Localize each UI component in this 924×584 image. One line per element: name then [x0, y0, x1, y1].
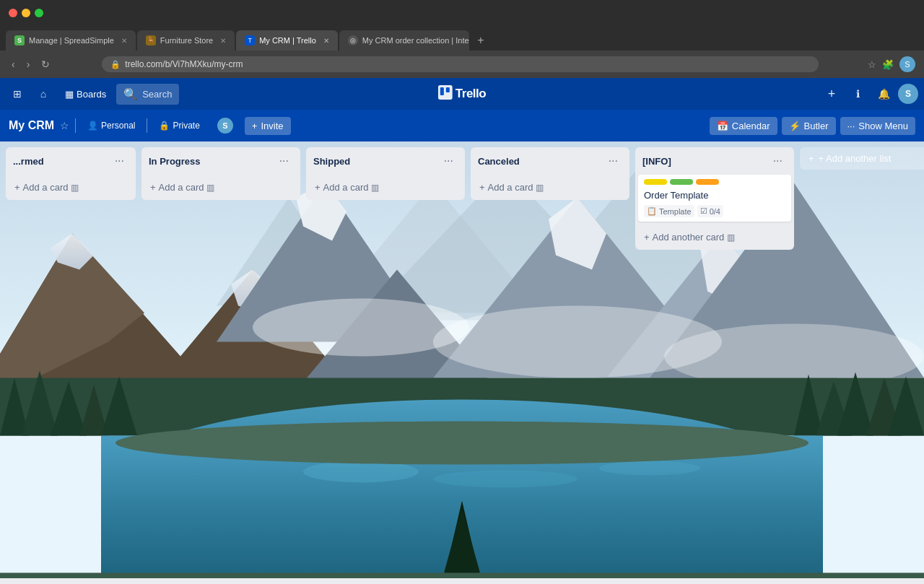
extensions-icon[interactable]: 🧩 — [882, 59, 894, 70]
add-list-label: + Add another list — [819, 153, 892, 164]
info-button[interactable]: ℹ — [846, 82, 869, 105]
tab-close-spreadsimple[interactable]: ✕ — [121, 37, 127, 45]
add-icon-canceled: + — [479, 182, 485, 193]
archive-icon[interactable]: ▥ — [71, 183, 79, 193]
header-divider-1 — [75, 118, 76, 133]
tab-title-furniture: Furniture Store — [160, 36, 213, 45]
add-card-info[interactable]: + Add another card ▥ — [638, 227, 791, 247]
tab-title-spreadsimple: Manage | SpreadSimple — [29, 36, 114, 45]
top-nav: ⊞ ⌂ ▦ Boards 🔍 Search Trello + ℹ 🔔 S — [0, 78, 924, 110]
archive-icon-canceled[interactable]: ▥ — [536, 183, 544, 193]
svg-rect-1 — [440, 87, 444, 95]
tab-close-trello[interactable]: ✕ — [323, 37, 329, 45]
home-button[interactable]: ⌂ — [32, 82, 55, 105]
board-header-right: 📅 Calendar ⚡ Butler ··· Show Menu — [710, 117, 915, 135]
list-shipped-title: Shipped — [313, 156, 440, 167]
list-info-header: [INFO] ··· — [635, 147, 794, 175]
tab-spreadsimple[interactable]: S Manage | SpreadSimple ✕ — [6, 30, 136, 51]
list-canceled-menu[interactable]: ··· — [604, 153, 622, 169]
back-button[interactable]: ‹ — [9, 56, 18, 73]
list-inprogress-header: In Progress ··· — [141, 147, 300, 175]
member-badge[interactable]: S — [212, 115, 239, 136]
trello-wordmark: Trello — [456, 87, 486, 101]
add-card-label: Add a card — [23, 182, 69, 193]
list-canceled-header: Canceled ··· — [471, 147, 629, 175]
add-button[interactable]: + — [820, 82, 843, 105]
add-icon-inprogress: + — [150, 182, 156, 193]
card-order-template[interactable]: Order Template 📋 Template ☑ 0/4 — [638, 175, 791, 222]
list-confirmed: ...rmed ··· + Add a card ▥ — [6, 147, 136, 200]
board-title[interactable]: My CRM — [9, 119, 54, 132]
invite-button[interactable]: + Invite — [245, 117, 291, 135]
list-inprogress-title: In Progress — [149, 156, 275, 167]
color-tag-yellow — [644, 179, 667, 185]
tab-furniture[interactable]: 🪑 Furniture Store ✕ — [137, 30, 235, 51]
list-shipped-menu[interactable]: ··· — [440, 153, 458, 169]
add-card-inprogress[interactable]: + Add a card ▥ — [144, 178, 297, 197]
archive-icon-info[interactable]: ▥ — [727, 232, 735, 243]
lists-container: ...rmed ··· + Add a card ▥ In Progress ·… — [6, 147, 924, 578]
visibility-label: Personal — [101, 121, 135, 131]
tab-title-trello: My CRM | Trello — [259, 36, 316, 45]
boards-button[interactable]: ▦ Boards — [58, 84, 113, 104]
tab-close-furniture[interactable]: ✕ — [220, 37, 226, 45]
horizontal-scrollbar[interactable] — [0, 578, 924, 584]
butler-button[interactable]: ⚡ Butler — [782, 117, 836, 135]
nav-right: + ℹ 🔔 S — [820, 82, 918, 105]
maximize-button[interactable] — [35, 9, 43, 17]
user-avatar[interactable]: S — [898, 84, 918, 104]
notifications-button[interactable]: 🔔 — [872, 82, 895, 105]
color-tag-orange — [696, 179, 719, 185]
add-list-button[interactable]: + + Add another list — [800, 147, 924, 170]
minimize-button[interactable] — [22, 9, 30, 17]
search-icon: 🔍 — [123, 87, 138, 101]
close-button[interactable] — [9, 9, 17, 17]
list-confirmed-menu[interactable]: ··· — [110, 153, 128, 169]
app-switcher-button[interactable]: ⊞ — [6, 82, 29, 105]
url-bar[interactable]: 🔒 trello.com/b/Vi7hMXku/my-crm — [102, 56, 819, 72]
butler-icon: ⚡ — [789, 121, 801, 131]
show-menu-button[interactable]: ··· Show Menu — [840, 117, 916, 135]
list-confirmed-header: ...rmed ··· — [6, 147, 136, 175]
tab-integrations[interactable]: ◎ My CRM order collection | Inte... ✕ — [339, 30, 469, 51]
bookmark-icon[interactable]: ☆ — [868, 59, 876, 70]
add-card-shipped[interactable]: + Add a card ▥ — [309, 178, 462, 197]
tab-trello[interactable]: T My CRM | Trello ✕ — [236, 30, 338, 51]
invite-icon: + — [252, 121, 258, 131]
add-icon-shipped: + — [315, 182, 321, 193]
forward-button[interactable]: › — [24, 56, 33, 73]
add-card-confirmed[interactable]: + Add a card ▥ — [9, 178, 133, 197]
checklist-badge-label: 0/4 — [710, 207, 720, 216]
archive-icon-shipped[interactable]: ▥ — [371, 183, 379, 193]
list-info-menu[interactable]: ··· — [769, 153, 787, 169]
add-card-label-canceled: Add a card — [488, 182, 533, 193]
title-bar — [0, 0, 924, 26]
list-canceled-title: Canceled — [478, 156, 604, 167]
privacy-label: Private — [173, 121, 199, 131]
list-canceled: Canceled ··· + Add a card ▥ — [471, 147, 629, 200]
search-bar[interactable]: 🔍 Search — [116, 84, 179, 105]
list-inprogress-menu[interactable]: ··· — [275, 153, 293, 169]
add-card-canceled[interactable]: + Add a card ▥ — [474, 178, 627, 197]
tab-favicon-integrations: ◎ — [348, 35, 358, 45]
member-avatar: S — [217, 118, 233, 134]
visibility-badge[interactable]: 👤 Personal — [82, 118, 141, 134]
privacy-badge[interactable]: 🔒 Private — [153, 118, 205, 134]
calendar-button[interactable]: 📅 Calendar — [710, 117, 777, 135]
board-content: ...rmed ··· + Add a card ▥ In Progress ·… — [0, 141, 924, 578]
board-star-button[interactable]: ☆ — [60, 120, 69, 131]
card-order-template-title: Order Template — [644, 189, 785, 202]
address-bar: ‹ › ↻ 🔒 trello.com/b/Vi7hMXku/my-crm ☆ 🧩… — [0, 51, 924, 78]
add-card-label-shipped: Add a card — [323, 182, 369, 193]
traffic-lights — [9, 9, 43, 17]
add-list-container: + + Add another list — [800, 147, 924, 170]
refresh-button[interactable]: ↻ — [38, 56, 53, 73]
add-icon: + — [14, 182, 20, 193]
checklist-icon: ☑ — [700, 206, 707, 216]
archive-icon-inprogress[interactable]: ▥ — [206, 183, 214, 193]
new-tab-button[interactable]: + — [471, 30, 491, 51]
profile-icon[interactable]: S — [899, 56, 915, 72]
ssl-icon: 🔒 — [110, 60, 121, 69]
boards-label: Boards — [77, 89, 106, 100]
calendar-icon: 📅 — [717, 121, 728, 131]
